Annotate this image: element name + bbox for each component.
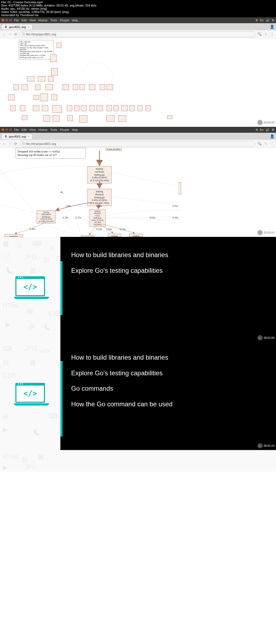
pprof-legend-partial: Dropped 103 nodes (cum <= 0.05s) Showing…: [16, 148, 86, 159]
graph-node: [146, 105, 151, 111]
browser-window-1: File Edit View History Tools People Help…: [0, 17, 276, 127]
graph-node: [35, 84, 40, 90]
svg-viewport-1[interactable]: File: mylib.test Type: cpu Time: Feb 9, …: [0, 38, 276, 127]
menu-history[interactable]: History: [38, 128, 47, 131]
menu-help[interactable]: Help: [72, 19, 78, 22]
accent-bar: [60, 261, 63, 315]
menu-people[interactable]: People: [60, 19, 69, 22]
edge-label: 0.16s: [120, 228, 125, 231]
edge-label: 1.80s: [65, 205, 71, 207]
forward-button[interactable]: →: [8, 142, 12, 146]
maximize-window-button[interactable]: [9, 128, 12, 131]
reload-button[interactable]: ⟳: [14, 32, 17, 36]
graph-node: [50, 54, 57, 62]
graph-node: [33, 105, 39, 111]
graph-node: [10, 105, 16, 111]
urlbar-right: 🔍 ☆ ⋮: [257, 32, 274, 36]
menu-file[interactable]: File: [14, 19, 19, 22]
titlebar: File Edit View History Tools People Help…: [0, 127, 276, 133]
sync-icon[interactable]: ⇅: [256, 128, 258, 132]
file-metadata: File: 01 - Course Overview.mp4 Size: 432…: [0, 0, 276, 17]
svg-viewport-2[interactable]: Dropped 103 nodes (cum <= 0.05s) Showing…: [0, 148, 276, 237]
url-input[interactable]: ⓘ file:///tmp/pprof001.svg: [19, 31, 255, 37]
reload-button[interactable]: ⟳: [14, 142, 17, 146]
menu-edit[interactable]: Edit: [22, 19, 27, 22]
browser-tab[interactable]: 🗎 pprof001.svg ×: [2, 24, 32, 29]
titlebar: File Edit View History Tools People Help…: [0, 17, 276, 23]
play-icon: ▷: [257, 335, 263, 340]
info-icon[interactable]: ⓘ: [22, 142, 25, 146]
bottom-strip: HTML ▤ ▦ ▶ JPG: [0, 450, 276, 472]
settings-icon[interactable]: ⚙: [272, 128, 274, 132]
graph-node: [121, 105, 128, 111]
slide-left-panel: ▦ 🖥 ⌨ ↗ 📄 JPG ▤ 🐛 ▦ HTML ▤ EXE ▶ 🔗 🐛 </>: [0, 237, 60, 342]
close-window-button[interactable]: [2, 19, 4, 22]
graph-node: [40, 94, 48, 101]
graph-node: [63, 84, 69, 90]
graph-node: [33, 95, 39, 100]
volume-icon[interactable]: 🔊: [266, 128, 270, 132]
menu-people[interactable]: People: [60, 128, 69, 131]
browser-tab[interactable]: 🗎 pprof001.svg ×: [2, 134, 32, 139]
slide-right-panel: How to build libraries and binaries Expl…: [60, 237, 276, 342]
url-input[interactable]: ⓘ file:///tmp/pprof001.svg: [19, 141, 255, 147]
slide-left-panel: ⌨ JPG </> ▤ ▦ CSS ▤ ⌨ ▶ 🐛 </>: [0, 342, 60, 450]
laptop-screen: </>: [15, 277, 45, 296]
menu-view[interactable]: View: [29, 128, 36, 131]
profile-icon[interactable]: 👤: [270, 134, 274, 138]
menu-view[interactable]: View: [29, 19, 36, 22]
slide-right-panel: How to build libraries and binaries Expl…: [60, 342, 276, 450]
forward-button[interactable]: →: [8, 32, 12, 36]
menu-file[interactable]: File: [14, 128, 19, 131]
maximize-window-button[interactable]: [9, 19, 12, 22]
slide-text-1: How to build libraries and binaries: [71, 353, 265, 362]
graph-node: [167, 115, 172, 119]
profile-icon[interactable]: 👤: [270, 25, 274, 29]
more-icon[interactable]: ⋮: [270, 32, 274, 36]
slide-text-2: Explore Go's testing capabilities: [71, 369, 265, 378]
tab-close-button[interactable]: ×: [28, 25, 29, 29]
graph-node: [73, 84, 78, 90]
tab-title: pprof001.svg: [9, 25, 26, 29]
edge-label: 0.06s: [172, 216, 178, 219]
tab-close-button[interactable]: ×: [28, 135, 29, 138]
zoom-icon[interactable]: 🔍: [257, 142, 262, 146]
menu-edit[interactable]: Edit: [22, 128, 27, 131]
sync-icon[interactable]: ⇅: [256, 19, 258, 22]
graph-node: [22, 115, 27, 120]
info-icon[interactable]: ⓘ: [22, 32, 25, 36]
edge-label: 0.91s: [172, 205, 178, 207]
minimize-window-button[interactable]: [5, 128, 8, 131]
menu-help[interactable]: Help: [72, 128, 78, 131]
back-button[interactable]: ←: [2, 142, 6, 146]
menu-tools[interactable]: Tools: [50, 128, 57, 131]
more-icon[interactable]: ⋮: [270, 142, 274, 146]
url-bar: ← → ⟳ ⓘ file:///tmp/pprof001.svg 🔍 ☆ ⋮: [0, 30, 276, 38]
minimize-window-button[interactable]: [5, 19, 8, 22]
settings-icon[interactable]: ⚙: [272, 19, 274, 22]
lang-badge[interactable]: En: [260, 19, 264, 22]
zoom-icon[interactable]: 🔍: [257, 32, 262, 36]
edge-label: 0.45s: [30, 227, 35, 230]
graph-node: [48, 76, 53, 81]
back-button[interactable]: ←: [2, 32, 6, 36]
file-icon: 🗎: [5, 135, 7, 138]
code-icon: </>: [23, 282, 37, 291]
meta-line: Audio: aac, 44100 Hz, stereo (eng): [1, 7, 275, 10]
node-callername: testing callerName testing.go 0.02s (0.2…: [37, 210, 56, 223]
graph-node: [137, 105, 143, 111]
meta-line: File: 01 - Course Overview.mp4: [1, 1, 275, 4]
graph-node-clip: [178, 182, 181, 194]
close-window-button[interactable]: [2, 128, 4, 131]
slide-2: ⌨ JPG </> ▤ ▦ CSS ▤ ⌨ ▶ 🐛 </> How to bui…: [0, 342, 276, 450]
lang-badge[interactable]: En: [260, 128, 264, 131]
edge-label: 1.92s: [96, 205, 102, 207]
star-icon[interactable]: ☆: [264, 142, 268, 146]
volume-icon[interactable]: 🔊: [266, 19, 270, 22]
graph-node: [13, 84, 19, 90]
star-icon[interactable]: ☆: [264, 32, 268, 36]
menu-history[interactable]: History: [38, 19, 47, 22]
menu-tools[interactable]: Tools: [50, 19, 57, 22]
edge-label: 1.04s: [106, 228, 112, 231]
slide-1: ▦ 🖥 ⌨ ↗ 📄 JPG ▤ 🐛 ▦ HTML ▤ EXE ▶ 🔗 🐛 </>…: [0, 237, 276, 342]
